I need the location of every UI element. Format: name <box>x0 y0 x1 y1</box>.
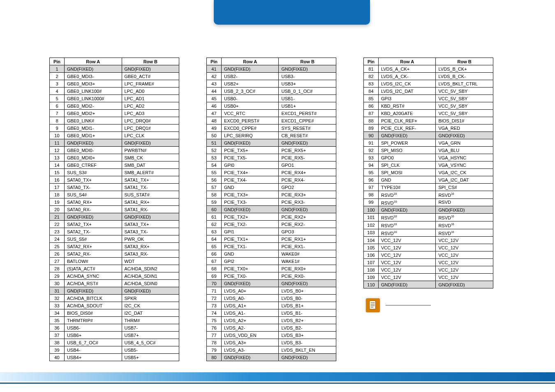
pin-cell: 87 <box>364 110 379 117</box>
pin-cell: 65 <box>207 243 222 250</box>
table-row: 104VCC_12VVCC_12V <box>364 237 493 244</box>
row-b-cell: EXCD1_CPPE# <box>279 117 336 125</box>
row-b-cell: LPC_AD0 <box>122 88 179 95</box>
row-b-cell: PCIE_RX4- <box>279 176 336 184</box>
col-header-pin: Pin <box>364 58 379 65</box>
row-a-cell: LPC_SERIRQ <box>221 132 279 139</box>
row-a-cell: RSVD16 <box>378 221 435 229</box>
row-b-cell: SYS_RESET# <box>279 125 336 132</box>
page-root: { "headers": { "pin": "Pin", "a": "Row A… <box>0 0 555 392</box>
pin-cell: 5 <box>50 95 65 102</box>
pin-cell: 89 <box>364 125 379 132</box>
pin-cell: 40 <box>50 354 65 361</box>
table-row: 64PCIE_TX1+PCIE_RX1+ <box>207 235 336 243</box>
pin-cell: 3 <box>50 80 65 88</box>
pin-cell: 25 <box>50 243 65 250</box>
row-a-cell: VCC_12V <box>378 251 435 259</box>
row-a-cell: EXCD0_PERST# <box>221 117 279 125</box>
row-a-cell: USB4- <box>64 346 122 354</box>
pin-cell: 79 <box>207 346 222 354</box>
pin-cell: 84 <box>364 88 379 95</box>
pin-cell: 29 <box>50 272 65 280</box>
tables-region: PinRow ARow B1GND(FIXED)GND(FIXED)2GBE0_… <box>49 58 530 361</box>
row-b-cell: LVDS_B_CK- <box>436 73 493 80</box>
row-b-cell: SATA1_RX+ <box>122 198 179 206</box>
pin-cell: 90 <box>364 132 379 139</box>
pin-cell: 41 <box>207 65 222 73</box>
pin-cell: 107 <box>364 259 379 266</box>
table-row: 57GNDGPO2 <box>207 184 336 191</box>
table-row: 38USB_6_7_OC#USB_4_5_OC# <box>50 339 179 346</box>
row-a-cell: GND(FIXED) <box>64 287 122 295</box>
row-b-cell: WAKE1# <box>279 258 336 265</box>
table-row: 13GBE0_MDI0+SMB_CK <box>50 154 179 161</box>
row-b-cell: PCIE_RX0+ <box>279 265 336 272</box>
row-a-cell: GBE0_MDI3- <box>64 73 122 80</box>
table-row: 17SATA0_TX-SATA1_TX- <box>50 184 179 191</box>
row-a-cell: GBE0_MDI0- <box>64 147 122 154</box>
row-a-cell: (S)ATA_ACT# <box>64 265 122 272</box>
row-a-cell: GPO0 <box>378 154 435 161</box>
row-b-cell: USB1+ <box>279 102 336 110</box>
pin-cell: 103 <box>364 229 379 237</box>
row-b-cell: LVDS_B2+ <box>279 317 336 324</box>
pin-cell: 67 <box>207 258 222 265</box>
row-a-cell: GND(FIXED) <box>221 139 279 147</box>
pin-cell: 102 <box>364 221 379 229</box>
row-a-cell: USB6- <box>64 324 122 332</box>
table-row: 35THRMTRIP#THRM# <box>50 317 179 324</box>
row-b-cell: VCC_12V <box>436 251 493 259</box>
row-a-cell: PCIE_TX0+ <box>221 265 279 272</box>
pin-cell: 95 <box>364 169 379 176</box>
row-b-cell: SATA3_TX+ <box>122 221 179 228</box>
pin-cell: 92 <box>364 147 379 154</box>
row-a-cell: SATA2_RX- <box>64 250 122 258</box>
pin-cell: 32 <box>50 295 65 302</box>
header-tab <box>214 0 370 25</box>
row-a-cell: PCIE_TX1- <box>221 243 279 250</box>
row-b-cell: LVDS_BKLT_CTRL <box>436 80 493 88</box>
table-row: 93GPO0VGA_HSYNC <box>364 154 493 161</box>
table-row: 23SATA2_TX-SATA3_TX- <box>50 228 179 235</box>
row-a-cell: GBE0_MDI2- <box>64 102 122 110</box>
row-b-cell: LPC_DRQ1# <box>122 125 179 132</box>
row-a-cell: GND(FIXED) <box>64 139 122 147</box>
row-b-cell: VCC_5V_SBY <box>436 102 493 110</box>
pin-cell: 60 <box>207 206 222 213</box>
row-a-cell: PCIE_TX1+ <box>221 235 279 243</box>
row-a-cell: GBE0_LINK# <box>64 117 122 125</box>
row-a-cell: SATA2_TX+ <box>64 221 122 228</box>
pin-cell: 75 <box>207 317 222 324</box>
pin-cell: 86 <box>364 102 379 110</box>
pin-cell: 56 <box>207 176 222 184</box>
note-icon <box>366 298 380 312</box>
table-row: 76LVDS_A2-LVDS_B2- <box>207 324 336 332</box>
row-b-cell: LVDS_B0- <box>279 295 336 302</box>
table-row: 34BIOS_DIS0#I2C_DAT <box>50 309 179 317</box>
table-row: 63GPI1GPO3 <box>207 228 336 235</box>
row-b-cell: PWRBTN# <box>122 147 179 154</box>
row-a-cell: GND <box>221 184 279 191</box>
row-b-cell: GND(FIXED) <box>122 287 179 295</box>
table-row: 32AC/HDA_BITCLKSPKR <box>50 295 179 302</box>
table-row: 52PCIE_TX5+PCIE_RX5+ <box>207 147 336 154</box>
row-a-cell: PCIE_TX4+ <box>221 169 279 176</box>
row-a-cell: PCIE_TX3- <box>221 198 279 206</box>
table-row: 101RSVD16RSVD16 <box>364 214 493 221</box>
pin-cell: 48 <box>207 117 222 125</box>
row-b-cell: VGA_RED <box>436 125 493 132</box>
row-a-cell: GBE0_MDI0+ <box>64 154 122 161</box>
row-b-cell: VGA_I2C_DAT <box>436 176 493 184</box>
pin-cell: 36 <box>50 324 65 332</box>
table-row: 47VCC_RTCEXCD1_PERST# <box>207 110 336 117</box>
pin-table-1: PinRow ARow B1GND(FIXED)GND(FIXED)2GBE0_… <box>49 58 179 361</box>
row-b-cell: VGA_HSYNC <box>436 154 493 161</box>
row-a-cell: LVDS_I2C_DAT <box>378 88 435 95</box>
row-a-cell: GBE0_LINK1000# <box>64 95 122 102</box>
table-row: 90GND(FIXED)GND(FIXED) <box>364 132 493 139</box>
table-row: 49EXCD0_CPPE#SYS_RESET# <box>207 125 336 132</box>
row-b-cell: LPC_AD1 <box>122 95 179 102</box>
table-row: 89PCIE_CLK_REF-VGA_RED <box>364 125 493 132</box>
row-b-cell: I2C_CK <box>122 302 179 309</box>
footer-line <box>0 383 555 384</box>
